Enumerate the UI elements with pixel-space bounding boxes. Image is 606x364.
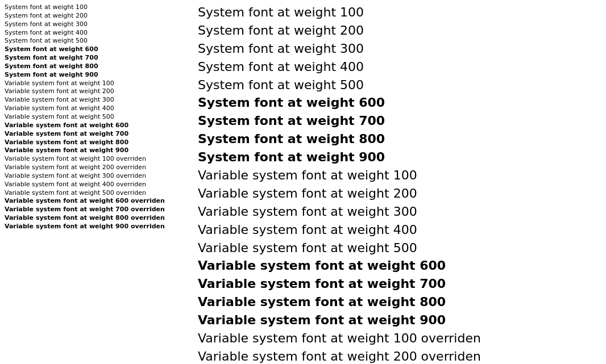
variable-font-line-200: Variable system font at weight 200: [198, 185, 601, 203]
variable-font-line-300: Variable system font at weight 300: [5, 96, 181, 104]
variable-font-line-400: Variable system font at weight 400: [198, 221, 601, 239]
variable-overriden-font-line-100: Variable system font at weight 100 overr…: [198, 329, 601, 348]
system-font-line-600: System font at weight 600: [198, 94, 601, 112]
variable-font-line-100: Variable system font at weight 100: [5, 80, 181, 88]
variable-font-line-200: Variable system font at weight 200: [5, 87, 181, 96]
system-font-line-100: System font at weight 100: [5, 3, 181, 12]
system-font-line-300: System font at weight 300: [198, 40, 601, 58]
variable-font-line-900: Variable system font at weight 900: [198, 311, 601, 329]
variable-overriden-font-line-500: Variable system font at weight 500 overr…: [5, 189, 181, 198]
variable-font-line-500: Variable system font at weight 500: [198, 239, 601, 257]
system-font-line-700: System font at weight 700: [198, 112, 601, 130]
system-font-line-800: System font at weight 800: [5, 62, 181, 71]
variable-font-line-400: Variable system font at weight 400: [5, 104, 181, 113]
variable-font-line-900: Variable system font at weight 900: [5, 147, 181, 155]
variable-overriden-font-line-200: Variable system font at weight 200 overr…: [198, 348, 601, 364]
system-font-line-200: System font at weight 200: [5, 12, 181, 20]
system-font-line-900: System font at weight 900: [5, 71, 181, 80]
system-font-line-900: System font at weight 900: [198, 148, 601, 166]
variable-overriden-font-line-300: Variable system font at weight 300 overr…: [5, 172, 181, 181]
system-font-line-500: System font at weight 500: [5, 37, 181, 45]
system-font-line-500: System font at weight 500: [198, 76, 601, 94]
variable-font-line-800: Variable system font at weight 800: [5, 139, 181, 147]
system-font-line-800: System font at weight 800: [198, 130, 601, 148]
variable-font-line-700: Variable system font at weight 700: [198, 275, 601, 293]
variable-font-line-600: Variable system font at weight 600: [198, 257, 601, 275]
system-font-line-600: System font at weight 600: [5, 45, 181, 54]
right-column: System font at weight 100System font at …: [181, 3, 601, 364]
system-font-line-200: System font at weight 200: [198, 22, 601, 40]
variable-overriden-font-line-900: Variable system font at weight 900 overr…: [5, 223, 181, 231]
variable-font-line-600: Variable system font at weight 600: [5, 122, 181, 130]
variable-font-line-300: Variable system font at weight 300: [198, 203, 601, 221]
variable-overriden-font-line-800: Variable system font at weight 800 overr…: [5, 214, 181, 223]
system-font-line-100: System font at weight 100: [198, 3, 601, 22]
variable-font-line-500: Variable system font at weight 500: [5, 113, 181, 122]
variable-overriden-font-line-200: Variable system font at weight 200 overr…: [5, 164, 181, 172]
variable-font-line-100: Variable system font at weight 100: [198, 166, 601, 185]
variable-overriden-font-line-400: Variable system font at weight 400 overr…: [5, 181, 181, 189]
system-font-line-400: System font at weight 400: [5, 29, 181, 37]
system-font-line-700: System font at weight 700: [5, 54, 181, 62]
left-column: System font at weight 100System font at …: [5, 3, 181, 364]
variable-font-line-700: Variable system font at weight 700: [5, 130, 181, 139]
variable-overriden-font-line-100: Variable system font at weight 100 overr…: [5, 155, 181, 164]
variable-overriden-font-line-600: Variable system font at weight 600 overr…: [5, 197, 181, 206]
variable-overriden-font-line-700: Variable system font at weight 700 overr…: [5, 206, 181, 214]
system-font-line-400: System font at weight 400: [198, 58, 601, 76]
system-font-line-300: System font at weight 300: [5, 20, 181, 29]
variable-font-line-800: Variable system font at weight 800: [198, 293, 601, 311]
